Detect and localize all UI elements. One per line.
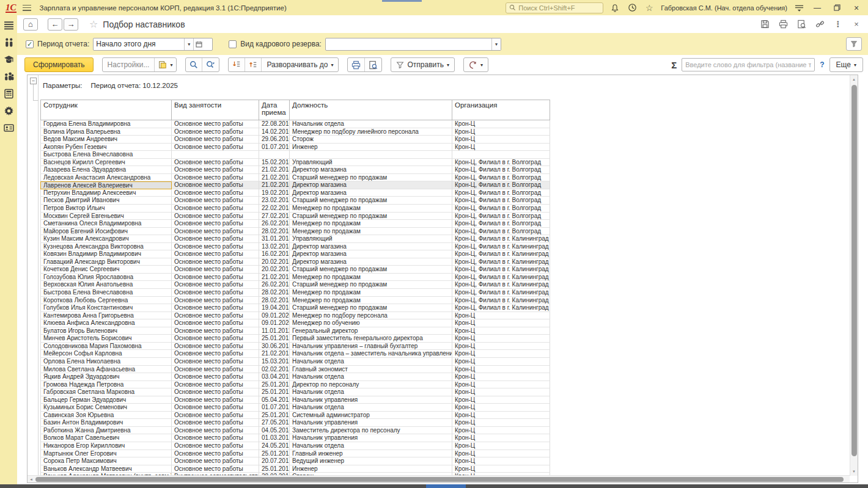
table-cell[interactable]: Крон-Ц, Филиал в г. Волгоград [452,174,550,182]
minimize-button[interactable]: — [811,2,824,13]
table-cell[interactable]: Москвин Сергей Евгеньевич [40,213,172,220]
table-row[interactable]: Лавренов Алексей ВалериевичОсновное мест… [40,181,550,189]
table-row[interactable]: Ледовская Анастасия АлександровнаОсновно… [40,174,550,182]
table-cell[interactable]: Крон-Ц [452,388,550,396]
table-cell[interactable]: 19.04.2018 [259,304,290,312]
table-cell[interactable]: Основное место работы [172,381,259,389]
table-cell[interactable]: Волков Марат Савельевич [40,434,172,442]
table-row[interactable]: Милова Светлана АфанасьевнаОсновное мест… [40,366,550,374]
table-cell[interactable]: Петрухин Владимир Алексеевич [40,189,172,197]
report-variants-button[interactable]: ▾ [154,58,176,71]
favorites-star-icon[interactable]: ☆ [644,2,655,13]
table-row[interactable]: Ведов Максим АндреевичОсновное место раб… [40,136,550,144]
table-cell[interactable]: Песков Дмитрий Иванович [40,197,172,205]
table-cell[interactable]: Основное место работы [172,442,259,450]
table-cell[interactable]: Заместитель директора по персоналу [290,427,452,435]
table-cell[interactable]: 16.02.2018 [259,250,290,258]
table-cell[interactable]: Основное место работы [172,350,259,358]
table-cell[interactable]: 25.01.2013 [259,381,290,389]
table-cell[interactable]: Основное место работы [172,220,259,228]
table-row[interactable]: Голозубова Юлия ЯрославовнаОсновное мест… [40,274,550,282]
table-row[interactable]: Волина Ирина ВалерьевнаОсновное место ра… [40,128,550,136]
table-row[interactable]: Солодовникова Мария ПахомовнаОсновное ме… [40,343,550,351]
table-cell[interactable]: Крон-Ц [452,144,550,151]
scroll-down-arrow[interactable]: ▼ [850,468,858,475]
table-cell[interactable]: Менеджер по продажам [290,289,452,297]
table-cell[interactable]: Основное место работы [172,427,259,435]
table-row[interactable]: Васнецов Кирилл СергеевичОсновное место … [40,159,550,167]
table-cell[interactable]: Крон-Ц, Филиал в г. Волгоград [452,220,550,228]
table-cell[interactable]: 27.05.2012 [259,419,290,427]
save-icon[interactable] [759,19,770,30]
table-cell[interactable]: Старший менеджер по продажам [290,281,452,289]
table-cell[interactable]: Начальник отдела [290,373,452,381]
table-cell[interactable]: Орлова Елена Николаевна [40,358,172,366]
table-cell[interactable]: Крон-Ц, Филиал в г. Калининград [452,243,550,251]
table-cell[interactable]: Начальник управления – главный бухгалтер [290,343,452,351]
table-cell[interactable]: Быстрова Елена Вячеславовна [40,151,172,159]
table-row[interactable]: Работкина Жанна ДмитриевнаОсновное место… [40,427,550,435]
table-row[interactable]: Минчев Аристотель БорисовичОсновное мест… [40,335,550,343]
table-cell[interactable]: 25.01.2012 [259,450,290,458]
table-cell[interactable]: Основное место работы [172,136,259,144]
table-cell[interactable]: Майоров Евгений Иосифович [40,228,172,236]
horizontal-scroll-thumb[interactable] [35,477,844,482]
list-menu-icon[interactable] [4,20,14,31]
table-cell[interactable]: 24.05.2012 [259,442,290,450]
column-header-position[interactable]: Должность [290,100,452,120]
table-cell[interactable]: Менеджер по обучению [290,319,452,327]
table-cell[interactable]: Крон-Ц, Филиал в г. Волгоград [452,189,550,197]
gear-icon[interactable] [4,106,14,116]
table-cell[interactable]: 26.02.2018 [259,281,290,289]
table-cell[interactable]: Основное место работы [172,450,259,458]
table-cell[interactable]: 25.01.2012 [259,335,290,343]
table-cell[interactable]: Основное место работы [172,465,259,473]
quick-filter-input[interactable] [682,58,815,71]
table-cell[interactable]: Кочетков Денис Сергеевич [40,266,172,274]
table-cell[interactable]: Крон-Ц, Филиал в г. Волгоград [452,159,550,167]
link-icon[interactable] [814,19,825,30]
table-cell[interactable]: Основное место работы [172,281,259,289]
table-cell[interactable]: Основное место работы [172,166,259,174]
table-cell[interactable]: 28.02.2018 [259,228,290,236]
print-preview-icon[interactable] [796,19,807,30]
reserve-checkbox[interactable]: ✓ [229,40,237,48]
table-cell[interactable]: Крон-Ц [452,350,550,358]
table-cell[interactable]: Менеджер по подбору линейного персонала [290,128,452,136]
global-search-input[interactable]: Поиск Ctrl+Shift+F [506,2,603,13]
table-cell[interactable]: Начальник управления [290,434,452,442]
table-cell[interactable]: 29.06.2016 [259,136,290,144]
table-cell[interactable]: 19.02.2018 [259,189,290,197]
table-row[interactable]: Кузин Максим АлександровичОсновное место… [40,235,550,243]
expand-to-button[interactable]: Разворачивать до ▾ [261,58,338,71]
table-cell[interactable]: Начальник управления [290,396,452,404]
table-cell[interactable]: Крон-Ц, Филиал в г. Калининград [452,235,550,243]
table-cell[interactable]: Кузин Максим Александрович [40,235,172,243]
table-row[interactable]: Быстрова Елена Вячеславовна [40,151,550,159]
table-cell[interactable]: Лавренов Алексей Валериевич [40,181,172,189]
table-cell[interactable]: Яцкив Андрей Эдуардович [40,373,172,381]
table-cell[interactable]: Основное место работы [172,373,259,381]
table-cell[interactable]: Сторож [290,136,452,144]
table-row[interactable]: Орлова Елена НиколаевнаОсновное место ра… [40,358,550,366]
table-cell[interactable]: Основное место работы [172,304,259,312]
restore-button[interactable] [830,2,844,13]
table-cell[interactable]: Булатов Игорь Виленович [40,327,172,335]
print-icon[interactable] [778,19,789,30]
table-cell[interactable]: Быстрова Елена Вячеславовна [40,289,172,297]
table-cell[interactable]: Основное место работы [172,404,259,412]
table-cell[interactable]: 21.02.2018 [259,174,290,182]
forward-button[interactable]: → [64,18,78,31]
table-cell[interactable]: Основное место работы [172,205,259,213]
table-cell[interactable]: Крон-Ц [452,358,550,366]
table-row[interactable]: Никаноров Егор КирилловичОсновное место … [40,442,550,450]
table-cell[interactable]: Крон-Ц [452,450,550,458]
reserve-dropdown-icon[interactable]: ▾ [491,38,501,50]
table-cell[interactable]: Крон-Ц, Филиал в г. Волгоград [452,197,550,205]
back-button[interactable]: ← [48,18,62,31]
collapse-levels-icon[interactable] [229,58,245,71]
settings-button[interactable]: Настройки... [103,58,155,71]
table-cell[interactable]: 28.02.2018 [259,289,290,297]
table-cell[interactable]: 21.02.2018 [259,181,290,189]
table-cell[interactable]: Основное место работы [172,144,259,151]
